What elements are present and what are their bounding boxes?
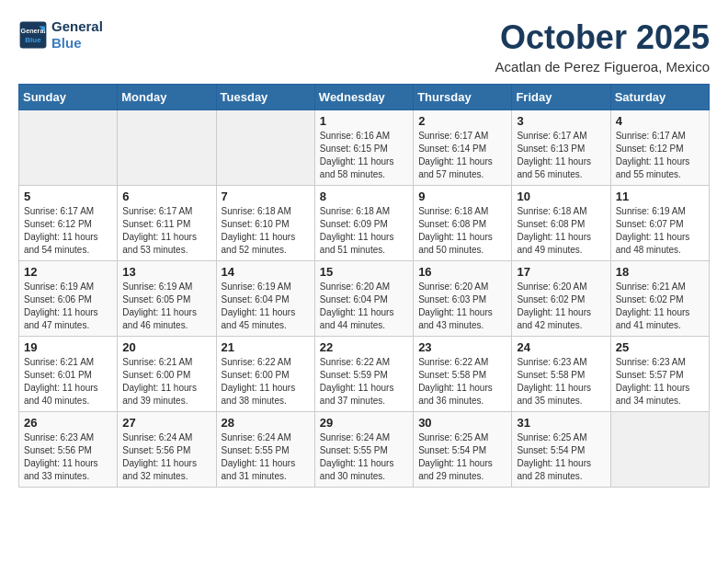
day-number: 26 xyxy=(24,416,112,430)
calendar-week-row: 12Sunrise: 6:19 AM Sunset: 6:06 PM Dayli… xyxy=(19,261,710,337)
day-number: 9 xyxy=(418,190,506,203)
day-info: Sunrise: 6:17 AM Sunset: 6:11 PM Dayligh… xyxy=(122,205,210,257)
day-number: 12 xyxy=(24,265,112,279)
calendar-cell: 9Sunrise: 6:18 AM Sunset: 6:08 PM Daylig… xyxy=(414,186,512,261)
day-info: Sunrise: 6:19 AM Sunset: 6:05 PM Dayligh… xyxy=(122,281,210,332)
day-info: Sunrise: 6:22 AM Sunset: 5:58 PM Dayligh… xyxy=(418,356,506,408)
calendar-cell: 21Sunrise: 6:22 AM Sunset: 6:00 PM Dayli… xyxy=(216,337,314,412)
day-info: Sunrise: 6:24 AM Sunset: 5:55 PM Dayligh… xyxy=(320,431,408,483)
calendar-cell: 31Sunrise: 6:25 AM Sunset: 5:54 PM Dayli… xyxy=(512,412,610,488)
day-info: Sunrise: 6:17 AM Sunset: 6:13 PM Dayligh… xyxy=(517,130,605,181)
location-subtitle: Acatlan de Perez Figueroa, Mexico xyxy=(495,59,710,75)
logo-icon: General Blue xyxy=(18,20,48,50)
day-info: Sunrise: 6:17 AM Sunset: 6:12 PM Dayligh… xyxy=(24,205,112,257)
calendar-table: SundayMondayTuesdayWednesdayThursdayFrid… xyxy=(18,84,710,488)
day-number: 27 xyxy=(122,416,210,430)
day-number: 25 xyxy=(616,340,704,354)
day-number: 24 xyxy=(517,340,605,354)
day-number: 6 xyxy=(122,190,210,203)
logo-text-line2: Blue xyxy=(51,35,103,52)
day-info: Sunrise: 6:19 AM Sunset: 6:07 PM Dayligh… xyxy=(616,205,704,257)
day-number: 15 xyxy=(320,265,408,279)
day-number: 29 xyxy=(320,416,408,430)
day-number: 10 xyxy=(517,190,605,203)
calendar-cell: 5Sunrise: 6:17 AM Sunset: 6:12 PM Daylig… xyxy=(19,186,118,261)
calendar-cell: 28Sunrise: 6:24 AM Sunset: 5:55 PM Dayli… xyxy=(216,412,314,488)
logo-text-line1: General xyxy=(51,18,103,35)
calendar-cell: 14Sunrise: 6:19 AM Sunset: 6:04 PM Dayli… xyxy=(216,261,314,337)
day-info: Sunrise: 6:18 AM Sunset: 6:08 PM Dayligh… xyxy=(517,205,605,257)
day-number: 3 xyxy=(517,114,605,128)
calendar-cell: 3Sunrise: 6:17 AM Sunset: 6:13 PM Daylig… xyxy=(512,110,610,186)
weekday-header-thursday: Thursday xyxy=(414,85,512,110)
day-number: 7 xyxy=(222,190,310,203)
calendar-week-row: 19Sunrise: 6:21 AM Sunset: 6:01 PM Dayli… xyxy=(19,337,710,412)
calendar-cell: 30Sunrise: 6:25 AM Sunset: 5:54 PM Dayli… xyxy=(414,412,512,488)
calendar-cell: 12Sunrise: 6:19 AM Sunset: 6:06 PM Dayli… xyxy=(19,261,118,337)
day-info: Sunrise: 6:24 AM Sunset: 5:55 PM Dayligh… xyxy=(222,431,310,483)
day-info: Sunrise: 6:22 AM Sunset: 6:00 PM Dayligh… xyxy=(222,356,310,408)
calendar-cell: 23Sunrise: 6:22 AM Sunset: 5:58 PM Dayli… xyxy=(414,337,512,412)
calendar-cell: 27Sunrise: 6:24 AM Sunset: 5:56 PM Dayli… xyxy=(118,412,216,488)
day-info: Sunrise: 6:22 AM Sunset: 5:59 PM Dayligh… xyxy=(320,356,408,408)
day-number: 14 xyxy=(222,265,310,279)
calendar-cell: 7Sunrise: 6:18 AM Sunset: 6:10 PM Daylig… xyxy=(216,186,314,261)
day-info: Sunrise: 6:17 AM Sunset: 6:14 PM Dayligh… xyxy=(418,130,506,181)
calendar-cell xyxy=(19,110,118,186)
calendar-cell: 11Sunrise: 6:19 AM Sunset: 6:07 PM Dayli… xyxy=(610,186,709,261)
day-info: Sunrise: 6:20 AM Sunset: 6:03 PM Dayligh… xyxy=(418,281,506,332)
calendar-cell: 13Sunrise: 6:19 AM Sunset: 6:05 PM Dayli… xyxy=(118,261,216,337)
day-info: Sunrise: 6:20 AM Sunset: 6:04 PM Dayligh… xyxy=(320,281,408,332)
day-number: 21 xyxy=(222,340,310,354)
day-number: 4 xyxy=(616,114,704,128)
weekday-header-row: SundayMondayTuesdayWednesdayThursdayFrid… xyxy=(19,85,710,110)
day-number: 2 xyxy=(418,114,506,128)
calendar-cell: 24Sunrise: 6:23 AM Sunset: 5:58 PM Dayli… xyxy=(512,337,610,412)
day-number: 1 xyxy=(320,114,408,128)
day-info: Sunrise: 6:19 AM Sunset: 6:04 PM Dayligh… xyxy=(222,281,310,332)
calendar-cell: 26Sunrise: 6:23 AM Sunset: 5:56 PM Dayli… xyxy=(19,412,118,488)
day-info: Sunrise: 6:21 AM Sunset: 6:02 PM Dayligh… xyxy=(616,281,704,332)
calendar-cell: 25Sunrise: 6:23 AM Sunset: 5:57 PM Dayli… xyxy=(610,337,709,412)
header: General Blue General Blue October 2025 A… xyxy=(18,18,710,75)
day-info: Sunrise: 6:21 AM Sunset: 6:00 PM Dayligh… xyxy=(122,356,210,408)
day-info: Sunrise: 6:21 AM Sunset: 6:01 PM Dayligh… xyxy=(24,356,112,408)
calendar-cell: 22Sunrise: 6:22 AM Sunset: 5:59 PM Dayli… xyxy=(314,337,413,412)
weekday-header-tuesday: Tuesday xyxy=(216,85,314,110)
calendar-cell: 15Sunrise: 6:20 AM Sunset: 6:04 PM Dayli… xyxy=(314,261,413,337)
day-number: 22 xyxy=(320,340,408,354)
day-info: Sunrise: 6:18 AM Sunset: 6:08 PM Dayligh… xyxy=(418,205,506,257)
day-number: 19 xyxy=(24,340,112,354)
day-info: Sunrise: 6:20 AM Sunset: 6:02 PM Dayligh… xyxy=(517,281,605,332)
calendar-cell: 19Sunrise: 6:21 AM Sunset: 6:01 PM Dayli… xyxy=(19,337,118,412)
calendar-cell: 8Sunrise: 6:18 AM Sunset: 6:09 PM Daylig… xyxy=(314,186,413,261)
day-number: 17 xyxy=(517,265,605,279)
day-info: Sunrise: 6:24 AM Sunset: 5:56 PM Dayligh… xyxy=(122,431,210,483)
svg-text:Blue: Blue xyxy=(25,36,41,44)
day-number: 5 xyxy=(24,190,112,203)
day-number: 23 xyxy=(418,340,506,354)
calendar-cell: 6Sunrise: 6:17 AM Sunset: 6:11 PM Daylig… xyxy=(118,186,216,261)
calendar-week-row: 5Sunrise: 6:17 AM Sunset: 6:12 PM Daylig… xyxy=(19,186,710,261)
day-info: Sunrise: 6:25 AM Sunset: 5:54 PM Dayligh… xyxy=(418,431,506,483)
calendar-cell: 4Sunrise: 6:17 AM Sunset: 6:12 PM Daylig… xyxy=(610,110,709,186)
calendar-cell xyxy=(216,110,314,186)
day-info: Sunrise: 6:18 AM Sunset: 6:09 PM Dayligh… xyxy=(320,205,408,257)
day-info: Sunrise: 6:19 AM Sunset: 6:06 PM Dayligh… xyxy=(24,281,112,332)
day-number: 30 xyxy=(418,416,506,430)
day-info: Sunrise: 6:17 AM Sunset: 6:12 PM Dayligh… xyxy=(616,130,704,181)
weekday-header-sunday: Sunday xyxy=(19,85,118,110)
calendar-week-row: 1Sunrise: 6:16 AM Sunset: 6:15 PM Daylig… xyxy=(19,110,710,186)
day-number: 28 xyxy=(222,416,310,430)
calendar-cell: 18Sunrise: 6:21 AM Sunset: 6:02 PM Dayli… xyxy=(610,261,709,337)
day-number: 8 xyxy=(320,190,408,203)
day-info: Sunrise: 6:23 AM Sunset: 5:56 PM Dayligh… xyxy=(24,431,112,483)
day-info: Sunrise: 6:18 AM Sunset: 6:10 PM Dayligh… xyxy=(222,205,310,257)
day-number: 16 xyxy=(418,265,506,279)
calendar-week-row: 26Sunrise: 6:23 AM Sunset: 5:56 PM Dayli… xyxy=(19,412,710,488)
calendar-cell: 16Sunrise: 6:20 AM Sunset: 6:03 PM Dayli… xyxy=(414,261,512,337)
day-info: Sunrise: 6:23 AM Sunset: 5:57 PM Dayligh… xyxy=(616,356,704,408)
calendar-cell xyxy=(610,412,709,488)
day-number: 13 xyxy=(122,265,210,279)
weekday-header-saturday: Saturday xyxy=(610,85,709,110)
